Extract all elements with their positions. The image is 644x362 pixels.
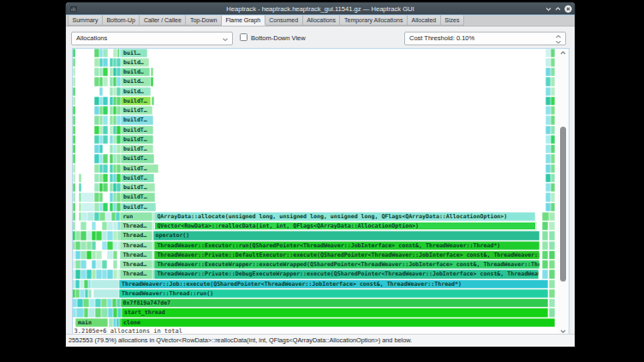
flame-box[interactable] — [113, 231, 117, 240]
flame-box[interactable] — [113, 49, 117, 57]
flame-box[interactable]: buildT… — [121, 193, 155, 201]
flame-box[interactable] — [81, 212, 87, 221]
flame-box[interactable] — [103, 49, 108, 57]
flame-box[interactable] — [151, 77, 153, 86]
flame-box[interactable] — [113, 251, 117, 259]
flame-box[interactable] — [107, 241, 113, 250]
flame-box[interactable]: buildT… — [121, 116, 153, 124]
flame-box[interactable] — [76, 308, 84, 317]
tab-summary[interactable]: Summary — [68, 15, 103, 26]
flame-box[interactable] — [546, 203, 551, 211]
flame-box[interactable] — [92, 241, 97, 250]
flame-box[interactable] — [546, 193, 551, 201]
flame-box[interactable] — [80, 231, 86, 240]
flame-box[interactable] — [551, 68, 556, 76]
flame-box[interactable] — [103, 203, 108, 211]
flame-box[interactable] — [551, 193, 556, 201]
flame-box[interactable] — [73, 106, 75, 115]
flame-box[interactable]: Thread… — [120, 270, 152, 278]
flame-box[interactable] — [102, 270, 107, 278]
flame-box[interactable] — [551, 126, 556, 134]
flame-box[interactable] — [549, 241, 555, 250]
flame-box[interactable] — [551, 145, 556, 153]
flame-box[interactable] — [546, 116, 551, 124]
flame-box[interactable] — [542, 222, 548, 230]
flame-box[interactable] — [73, 116, 75, 124]
spinner-arrows-icon[interactable] — [555, 34, 562, 45]
scroll-up-arrow-icon[interactable] — [560, 50, 566, 56]
flame-box[interactable] — [101, 299, 107, 307]
flame-box[interactable] — [549, 260, 555, 269]
flame-box[interactable]: ThreadWeaver::Thread::run() — [119, 289, 548, 298]
flame-box[interactable]: QVector<RowData>::reallocData(int, int, … — [154, 222, 536, 230]
maximize-button[interactable] — [554, 5, 562, 13]
flame-box[interactable] — [86, 241, 92, 250]
flame-box[interactable] — [542, 212, 549, 221]
flame-box[interactable] — [80, 222, 86, 230]
flame-box[interactable] — [80, 260, 86, 269]
flame-box[interactable] — [80, 251, 86, 259]
flame-box[interactable] — [549, 280, 555, 288]
flame-box[interactable] — [73, 126, 75, 134]
flame-box[interactable] — [107, 251, 113, 259]
tab-temporary-allocations[interactable]: Temporary Allocations — [340, 15, 407, 26]
flame-box[interactable] — [103, 135, 108, 144]
flame-box[interactable] — [73, 135, 75, 144]
flame-box[interactable] — [73, 203, 75, 211]
checkbox-box[interactable] — [240, 33, 247, 41]
flame-box[interactable] — [103, 58, 108, 67]
flame-box[interactable]: ThreadWeaver::Job::execute(QSharedPointe… — [119, 280, 548, 288]
flame-box[interactable] — [551, 135, 556, 144]
flame-box[interactable] — [551, 58, 556, 67]
flame-box[interactable] — [105, 212, 111, 221]
flame-box[interactable] — [96, 251, 102, 259]
flame-box[interactable] — [73, 212, 75, 221]
flame-box[interactable] — [107, 270, 113, 278]
flame-box[interactable] — [93, 289, 119, 298]
flame-box[interactable]: buildT… — [121, 203, 156, 211]
flame-box[interactable] — [96, 231, 102, 240]
flame-box[interactable] — [99, 145, 103, 153]
flame-box[interactable] — [546, 145, 551, 153]
flame-box[interactable]: Thread… — [120, 260, 152, 269]
flame-box[interactable] — [103, 183, 108, 192]
flame-box[interactable] — [546, 106, 551, 115]
flame-box[interactable] — [113, 241, 117, 250]
flame-box[interactable] — [542, 260, 548, 269]
flame-box[interactable] — [99, 212, 105, 221]
flame-box[interactable] — [549, 308, 555, 317]
flame-box[interactable] — [103, 164, 108, 173]
flame-box[interactable] — [551, 106, 556, 115]
flame-box[interactable] — [551, 154, 556, 163]
flame-box[interactable] — [542, 270, 548, 278]
flame-box[interactable] — [151, 68, 153, 76]
flame-box[interactable]: main — [75, 318, 108, 327]
tab-bottom-up[interactable]: Bottom-Up — [103, 15, 140, 26]
flame-box[interactable] — [103, 154, 108, 163]
flame-box[interactable] — [551, 49, 556, 57]
bottom-down-checkbox[interactable]: Bottom-Down View — [240, 32, 306, 45]
flame-box[interactable] — [551, 174, 556, 182]
tab-sizes[interactable]: Sizes — [441, 15, 464, 26]
flame-box[interactable] — [79, 183, 81, 192]
flame-box[interactable] — [113, 270, 117, 278]
minimize-button[interactable] — [545, 5, 552, 13]
flame-box[interactable] — [549, 289, 555, 298]
flame-box[interactable] — [542, 241, 548, 250]
flame-box[interactable] — [80, 270, 86, 278]
tab-allocated[interactable]: Allocated — [408, 15, 441, 26]
flame-box[interactable]: buildT… — [121, 154, 154, 163]
flame-box[interactable]: ThreadWeaver::Executor::run(QSharedPoint… — [154, 241, 540, 250]
flame-box[interactable] — [546, 154, 551, 163]
flame-box[interactable] — [83, 299, 89, 307]
flame-box[interactable] — [73, 193, 75, 201]
flame-box[interactable]: QArrayData::allocate(unsigned long, unsi… — [154, 212, 534, 221]
flame-box[interactable] — [103, 126, 108, 134]
flame-box[interactable] — [107, 222, 113, 230]
flame-box[interactable] — [109, 318, 113, 327]
flame-box[interactable] — [551, 183, 556, 192]
flame-box[interactable] — [102, 222, 107, 230]
flame-box[interactable] — [549, 222, 555, 230]
vertical-scrollbar[interactable] — [558, 49, 569, 335]
flame-box[interactable]: Thread… — [120, 251, 152, 259]
